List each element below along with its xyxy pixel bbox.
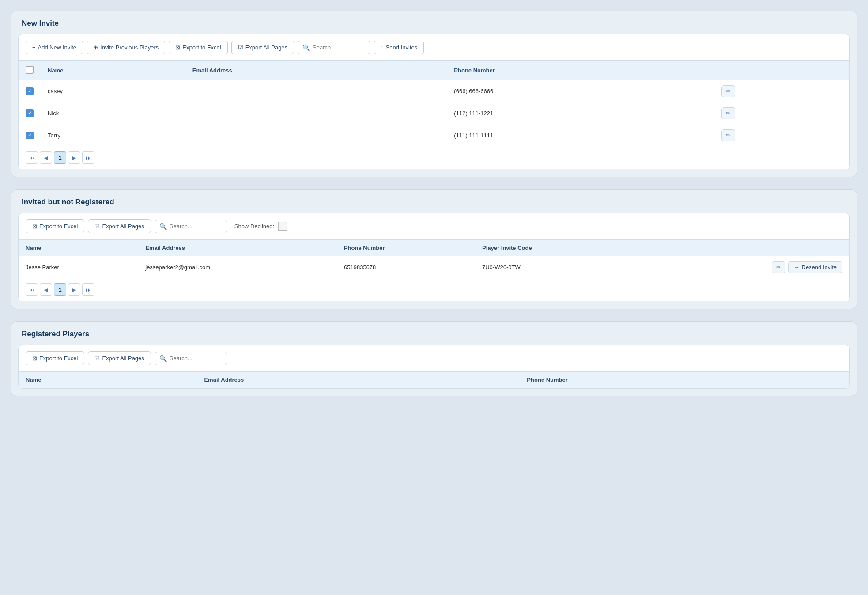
row-phone: (112) 111-1221 xyxy=(447,102,714,124)
invited-search-input[interactable] xyxy=(170,223,223,230)
row-checkbox-nick[interactable] xyxy=(26,109,34,117)
col-email: Email Address xyxy=(185,61,447,80)
first-page-invited-button[interactable]: ⏮ xyxy=(26,283,38,296)
row-action: ✏ xyxy=(714,102,849,124)
new-invite-inner: + Add New Invite ⊕ Invite Previous Playe… xyxy=(18,34,850,169)
col-phone-invited: Phone Number xyxy=(337,240,475,256)
row-action: ✏ xyxy=(714,124,849,147)
edit-jesse-button[interactable]: ✏ xyxy=(772,261,785,273)
plus-icon: + xyxy=(32,44,36,51)
excel-icon: ⊠ xyxy=(175,44,180,51)
excel-icon-2: ⊠ xyxy=(32,223,37,230)
row-phone: (111) 111-1111 xyxy=(447,124,714,147)
header-checkbox-cell xyxy=(19,61,41,80)
export-excel-invited-button[interactable]: ⊠ Export to Excel xyxy=(26,219,84,233)
row-checkbox-casey[interactable] xyxy=(26,87,34,95)
export-excel-button[interactable]: ⊠ Export to Excel xyxy=(169,41,227,54)
resend-label: Resend Invite xyxy=(802,264,837,271)
search-icon: 🔍 xyxy=(302,44,310,51)
invited-not-registered-section: Invited but not Registered ⊠ Export to E… xyxy=(11,189,857,309)
invited-not-registered-inner: ⊠ Export to Excel ☑ Export All Pages 🔍 S… xyxy=(18,213,850,301)
page-1-invited-button[interactable]: 1 xyxy=(54,283,66,296)
new-invite-table: Name Email Address Phone Number casey (6… xyxy=(19,60,849,146)
table-row: Terry (111) 111-1111 ✏ xyxy=(19,124,849,147)
action-cell-jesse: ✏ → Resend Invite xyxy=(643,261,842,273)
export-all-pages-button[interactable]: ☑ Export All Pages xyxy=(231,41,294,54)
header-checkbox[interactable] xyxy=(26,66,34,74)
arrow-icon: → xyxy=(794,264,800,271)
first-page-button[interactable]: ⏮ xyxy=(26,151,38,164)
registered-toolbar: ⊠ Export to Excel ☑ Export All Pages 🔍 xyxy=(19,345,849,371)
col-phone-registered: Phone Number xyxy=(520,372,849,388)
page-1-button[interactable]: 1 xyxy=(54,151,66,164)
show-declined-label: Show Declined: xyxy=(234,223,274,230)
table-row: Jesse Parker jesseparker2@gmail.com 6519… xyxy=(19,256,849,279)
col-actions xyxy=(714,61,849,80)
col-actions-invited xyxy=(636,240,849,256)
row-action: ✏ xyxy=(714,80,849,102)
new-invite-pagination: ⏮ ◀ 1 ▶ ⏭ xyxy=(19,146,849,169)
row-checkbox-cell xyxy=(19,124,41,147)
table-row: casey (666) 666-6666 ✏ xyxy=(19,80,849,102)
export-all-pages-registered-button[interactable]: ☑ Export All Pages xyxy=(88,351,151,365)
row-email-jesse: jesseparker2@gmail.com xyxy=(138,256,337,279)
new-invite-search-input[interactable] xyxy=(313,44,366,51)
new-invite-search-box: 🔍 xyxy=(298,41,370,54)
registered-players-inner: ⊠ Export to Excel ☑ Export All Pages 🔍 N… xyxy=(18,345,850,389)
prev-page-invited-button[interactable]: ◀ xyxy=(40,283,52,296)
row-phone: (666) 666-6666 xyxy=(447,80,714,102)
edit-nick-button[interactable]: ✏ xyxy=(721,107,735,119)
last-page-button[interactable]: ⏭ xyxy=(82,151,94,164)
resend-invite-jesse-button[interactable]: → Resend Invite xyxy=(788,261,843,273)
col-email-invited: Email Address xyxy=(138,240,337,256)
row-checkbox-cell xyxy=(19,102,41,124)
excel-icon-3: ⊠ xyxy=(32,355,37,362)
registered-search-box: 🔍 xyxy=(155,352,227,365)
new-invite-header-row: Name Email Address Phone Number xyxy=(19,61,849,80)
next-page-button[interactable]: ▶ xyxy=(68,151,80,164)
row-name-jesse: Jesse Parker xyxy=(19,256,138,279)
invited-table: Name Email Address Phone Number Player I… xyxy=(19,239,849,278)
show-declined-toggle[interactable] xyxy=(278,222,287,231)
row-phone-jesse: 6519835678 xyxy=(337,256,475,279)
registered-players-section: Registered Players ⊠ Export to Excel ☑ E… xyxy=(11,321,857,396)
row-email xyxy=(185,102,447,124)
edit-casey-button[interactable]: ✏ xyxy=(721,85,735,97)
search-icon-2: 🔍 xyxy=(159,223,167,230)
check-pages-icon-3: ☑ xyxy=(94,355,100,362)
circle-plus-icon: ⊕ xyxy=(93,44,98,51)
export-all-pages-invited-button[interactable]: ☑ Export All Pages xyxy=(88,219,151,233)
row-checkbox-cell xyxy=(19,80,41,102)
registered-players-title: Registered Players xyxy=(11,322,857,345)
row-name: casey xyxy=(41,80,185,102)
invite-previous-players-button[interactable]: ⊕ Invite Previous Players xyxy=(87,41,165,54)
col-email-registered: Email Address xyxy=(197,372,520,388)
table-row: Nick (112) 111-1221 ✏ xyxy=(19,102,849,124)
row-invite-code-jesse: 7U0-W26-0TW xyxy=(475,256,636,279)
row-email xyxy=(185,80,447,102)
row-name: Terry xyxy=(41,124,185,147)
col-name: Name xyxy=(41,61,185,80)
export-excel-registered-button[interactable]: ⊠ Export to Excel xyxy=(26,351,84,365)
edit-terry-button[interactable]: ✏ xyxy=(721,129,735,141)
new-invite-title: New Invite xyxy=(11,11,857,34)
row-email xyxy=(185,124,447,147)
col-invite-code: Player Invite Code xyxy=(475,240,636,256)
search-icon-3: 🔍 xyxy=(159,355,167,362)
col-name-invited: Name xyxy=(19,240,138,256)
check-pages-icon: ☑ xyxy=(238,44,243,51)
new-invite-section: New Invite + Add New Invite ⊕ Invite Pre… xyxy=(11,11,857,177)
next-page-invited-button[interactable]: ▶ xyxy=(68,283,80,296)
add-new-invite-button[interactable]: + Add New Invite xyxy=(26,41,83,54)
row-name: Nick xyxy=(41,102,185,124)
send-invites-button[interactable]: ↕ Send Invites xyxy=(374,41,424,54)
last-page-invited-button[interactable]: ⏭ xyxy=(82,283,94,296)
new-invite-toolbar: + Add New Invite ⊕ Invite Previous Playe… xyxy=(19,34,849,60)
registered-search-input[interactable] xyxy=(170,355,223,362)
prev-page-button[interactable]: ◀ xyxy=(40,151,52,164)
row-checkbox-terry[interactable] xyxy=(26,132,34,139)
invited-toolbar: ⊠ Export to Excel ☑ Export All Pages 🔍 S… xyxy=(19,213,849,239)
check-pages-icon-2: ☑ xyxy=(94,223,100,230)
send-icon: ↕ xyxy=(381,44,384,51)
invited-not-registered-title: Invited but not Registered xyxy=(11,190,857,213)
